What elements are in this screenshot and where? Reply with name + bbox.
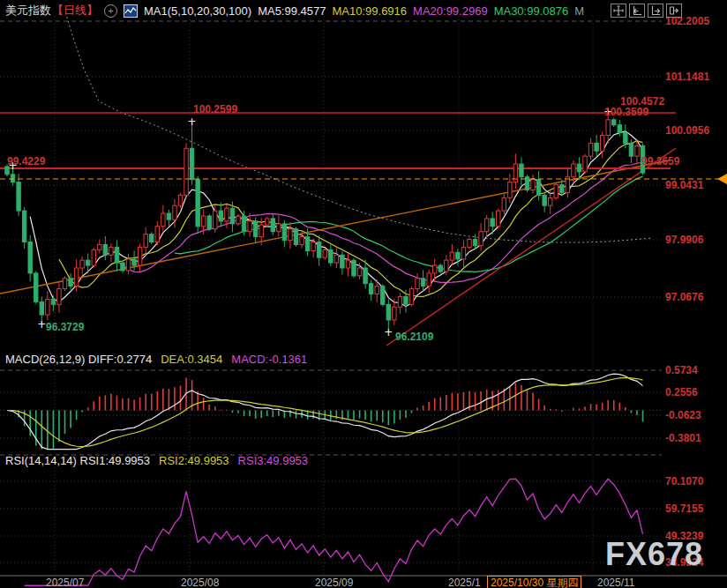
price-annotation: 99.4229 <box>7 155 45 167</box>
fx678-watermark: FX678 <box>605 536 703 573</box>
swing-cross-marker: + <box>37 318 46 331</box>
candlestick-chart-icon[interactable] <box>124 4 138 18</box>
x-axis-label: 2025/07 <box>46 577 84 588</box>
swing-cross-marker: + <box>384 326 393 339</box>
x-axis-label: 2025/1 <box>448 577 481 588</box>
pane-shift-icon[interactable] <box>666 4 682 18</box>
y-axis-tick-label: 59.7155 <box>665 502 703 515</box>
rsi-pane <box>25 479 643 585</box>
macd-dea-value: DEA:0.3454 <box>161 353 222 367</box>
price-annotation: 99.3659 <box>641 155 679 167</box>
ma20-value: MA20:99.2969 <box>413 4 488 18</box>
x-axis-label: 2025/08 <box>181 577 219 588</box>
period-shortcut[interactable]: M <box>574 4 584 18</box>
ma5-value: MA5:99.4577 <box>258 4 326 18</box>
y-axis-tick-label: 0.2556 <box>665 386 698 398</box>
axis-scale-right-icon[interactable] <box>648 4 663 18</box>
ma10-value: MA10:99.6916 <box>332 4 407 18</box>
macd-bar-value: MACD:-0.1361 <box>231 353 307 367</box>
symbol-name: 美元指数 <box>5 3 51 19</box>
chart-canvas[interactable]: +++++ <box>0 0 727 588</box>
chart-toolbar <box>611 4 682 18</box>
macd-header: MACD(26,12,9) DIFF:0.2774 DEA:0.3454 MAC… <box>5 353 307 367</box>
rsi2-value: RSI2:49.9953 <box>159 454 229 468</box>
rsi1-value: RSI(14,14,14) RSI1:49.9953 <box>5 454 150 468</box>
period-label: 【日线】 <box>52 3 98 19</box>
price-annotation: 96.2109 <box>395 331 433 343</box>
y-axis-tick-label: -0.3801 <box>665 432 701 444</box>
y-axis-tick-label: 99.0431 <box>665 179 703 191</box>
rsi-header: RSI(14,14,14) RSI1:49.9953 RSI2:49.9953 … <box>5 454 308 468</box>
y-axis-tick-label: 100.0956 <box>665 124 709 137</box>
chart-app-window: 美元指数【日线】 + MA1(5,10,20,30,100) MA5:99.45… <box>0 0 727 588</box>
swing-cross-marker: + <box>188 115 197 128</box>
y-axis-tick-label: 97.0676 <box>665 291 703 303</box>
axis-scale-left-icon[interactable] <box>629 4 645 18</box>
ma-settings-label: MA1(5,10,20,30,100) <box>144 4 251 18</box>
y-axis-tick-label: 101.1481 <box>665 71 709 83</box>
expand-circle-plus-icon[interactable]: + <box>104 4 117 18</box>
selected-date-badge: 2025/10/30 星期四 <box>487 576 581 588</box>
y-axis-tick-label: 0.5734 <box>665 364 698 376</box>
price-annotation: 100.2599 <box>193 103 237 115</box>
move-crosshair-icon[interactable] <box>611 4 626 18</box>
price-annotation: 96.3729 <box>46 321 84 333</box>
y-axis-tick-label: 70.1070 <box>665 475 703 488</box>
macd-diff-value: MACD(26,12,9) DIFF:0.2774 <box>5 353 152 367</box>
candlestick-series <box>5 112 645 333</box>
ma30-value: MA30:99.0876 <box>494 4 569 18</box>
x-axis-label: 2025/11 <box>597 577 635 588</box>
price-annotation: 100.3599 <box>604 106 648 118</box>
rsi3-value: RSI3:49.9953 <box>238 454 309 468</box>
chart-header: 美元指数【日线】 + MA1(5,10,20,30,100) MA5:99.45… <box>5 3 584 19</box>
x-axis-label: 2025/09 <box>315 577 353 588</box>
y-axis-tick-label: -0.0623 <box>665 409 701 421</box>
y-axis-tick-label: 97.9906 <box>665 234 703 246</box>
